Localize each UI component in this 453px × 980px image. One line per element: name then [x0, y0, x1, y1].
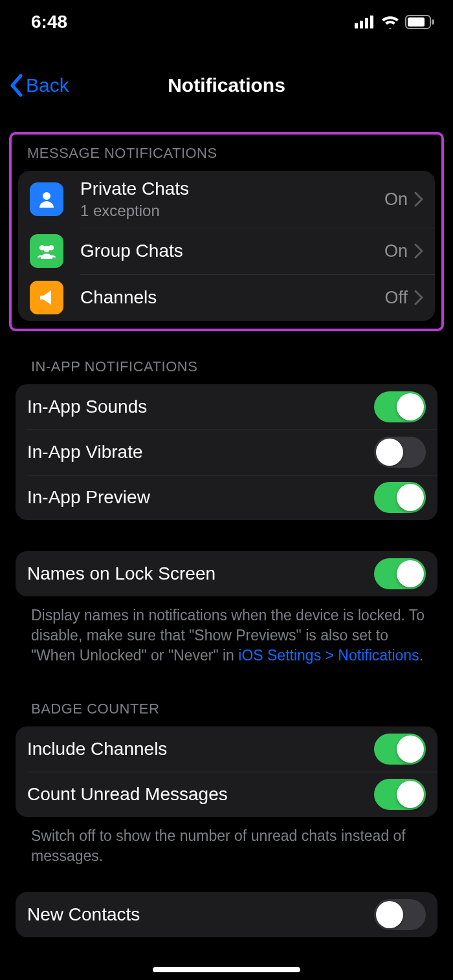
svg-rect-3: [370, 16, 373, 28]
toggle-inapp-preview[interactable]: [374, 482, 426, 513]
row-group-chats[interactable]: Group Chats On: [18, 228, 435, 274]
row-value: On: [384, 241, 408, 261]
row-title: New Contacts: [27, 904, 374, 925]
toggle-inapp-sounds[interactable]: [374, 391, 426, 422]
row-private-chats[interactable]: Private Chats 1 exception On: [18, 171, 435, 228]
row-names-lockscreen[interactable]: Names on Lock Screen: [16, 551, 437, 596]
status-indicators: [355, 15, 435, 29]
row-title: Channels: [80, 287, 384, 308]
chevron-right-icon: [414, 191, 423, 207]
chevron-right-icon: [414, 243, 423, 259]
row-new-contacts[interactable]: New Contacts: [16, 892, 437, 937]
svg-point-7: [43, 192, 50, 200]
toggle-inapp-vibrate[interactable]: [374, 437, 426, 468]
status-time: 6:48: [31, 12, 67, 32]
row-value: On: [384, 190, 408, 210]
wifi-icon: [381, 15, 400, 29]
row-count-unread[interactable]: Count Unread Messages: [16, 772, 437, 817]
row-title: Include Channels: [27, 739, 374, 759]
row-subtitle: 1 exception: [80, 202, 384, 220]
badge-group: Include Channels Count Unread Messages: [16, 726, 437, 817]
chevron-left-icon: [9, 74, 23, 97]
row-inapp-preview[interactable]: In-App Preview: [16, 475, 437, 520]
lockscreen-group: Names on Lock Screen: [16, 551, 437, 596]
badge-footer: Switch off to show the number of unread …: [16, 817, 437, 866]
cellular-icon: [355, 16, 375, 28]
row-title: In-App Sounds: [27, 397, 374, 417]
section-header-inapp: IN-APP NOTIFICATIONS: [16, 354, 437, 384]
battery-icon: [405, 15, 435, 29]
row-title: Private Chats: [80, 179, 384, 199]
toggle-names-lockscreen[interactable]: [374, 558, 426, 589]
row-include-channels[interactable]: Include Channels: [16, 726, 437, 772]
row-title: Names on Lock Screen: [27, 563, 374, 584]
row-title: In-App Vibrate: [27, 442, 374, 463]
row-title: In-App Preview: [27, 487, 374, 508]
chevron-right-icon: [414, 290, 423, 305]
svg-rect-0: [355, 23, 358, 28]
toggle-new-contacts[interactable]: [374, 899, 426, 930]
megaphone-icon: [30, 281, 63, 314]
row-channels[interactable]: Channels Off: [18, 274, 435, 321]
section-header-badge: BADGE COUNTER: [16, 697, 437, 726]
back-button[interactable]: Back: [0, 74, 69, 97]
section-newcontacts: New Contacts: [0, 892, 453, 937]
toggle-count-unread[interactable]: [374, 779, 426, 810]
ios-settings-link[interactable]: iOS Settings > Notifications: [238, 647, 419, 664]
inapp-group: In-App Sounds In-App Vibrate In-App Prev…: [16, 384, 437, 520]
toggle-include-channels[interactable]: [374, 734, 426, 765]
lockscreen-footer: Display names in notifications when the …: [16, 596, 437, 666]
newcontacts-group: New Contacts: [16, 892, 437, 937]
section-inapp: IN-APP NOTIFICATIONS In-App Sounds In-Ap…: [0, 354, 453, 520]
row-value: Off: [384, 288, 408, 308]
status-bar: 6:48: [0, 0, 453, 38]
row-inapp-sounds[interactable]: In-App Sounds: [16, 384, 437, 430]
footer-text-post: .: [419, 647, 423, 664]
svg-rect-1: [360, 21, 363, 28]
message-notifications-group: Private Chats 1 exception On Group Chats…: [18, 171, 435, 321]
section-lockscreen: Names on Lock Screen Display names in no…: [0, 551, 453, 666]
svg-rect-5: [408, 17, 425, 27]
svg-point-10: [43, 246, 50, 252]
section-header-message: MESSAGE NOTIFICATIONS: [18, 141, 435, 171]
svg-rect-2: [365, 18, 368, 28]
section-badge: BADGE COUNTER Include Channels Count Unr…: [0, 697, 453, 866]
home-indicator[interactable]: [153, 967, 300, 972]
nav-bar: Back Notifications: [0, 66, 453, 105]
back-label: Back: [26, 74, 69, 96]
row-title: Count Unread Messages: [27, 784, 374, 805]
person-icon: [30, 182, 63, 216]
row-title: Group Chats: [80, 241, 384, 261]
row-inapp-vibrate[interactable]: In-App Vibrate: [16, 430, 437, 475]
group-icon: [30, 234, 63, 268]
svg-rect-6: [432, 19, 434, 25]
highlighted-section: MESSAGE NOTIFICATIONS Private Chats 1 ex…: [9, 132, 444, 331]
